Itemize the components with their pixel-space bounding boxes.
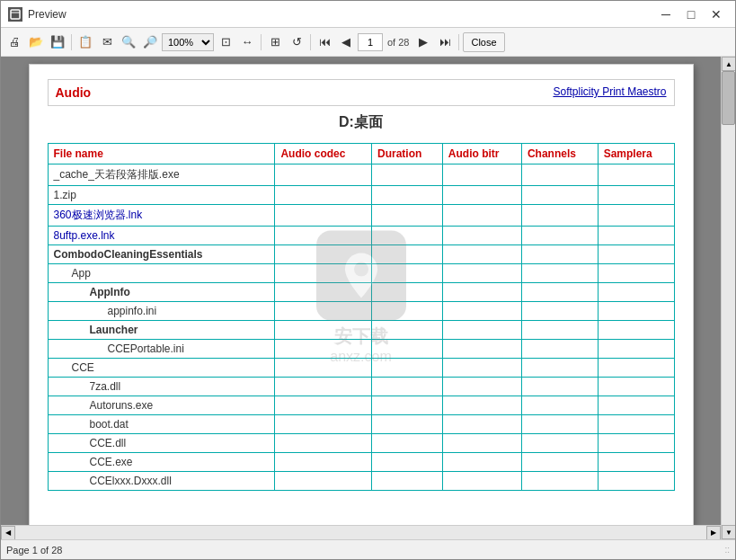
v-scroll-down[interactable]: ▼ [722,525,735,539]
toolbar: 🖨 📂 💾 📋 ✉ 🔍 🔎 100% ⊡ ↔ ⊞ ↺ ⏮ ◀ of 28 ▶ ⏭… [1,28,735,57]
cell-value [442,283,521,302]
status-bar: Page 1 of 28 :: [1,539,735,559]
sep3 [310,34,311,50]
cell-filename: appinfo.ini [48,302,275,321]
cell-value [442,340,521,359]
cell-value [371,321,442,340]
cell-filename: CCE.dll [48,434,275,453]
cell-value [442,302,521,321]
cell-filename: CCE.exe [48,453,275,472]
cell-filename: _cache_天若段落排版.exe [48,164,275,186]
table-header-row: File name Audio codec Duration Audio bit… [48,144,674,164]
cell-value [275,205,372,227]
next-page-button[interactable]: ▶ [413,32,433,52]
maximize-button[interactable]: □ [679,5,703,23]
cell-value [442,359,521,378]
fit-width-button[interactable]: ↔ [237,32,257,52]
close-preview-button[interactable]: Close [463,32,504,52]
search-button[interactable]: 🔍 [119,32,138,52]
cell-value [598,283,674,302]
first-page-button[interactable]: ⏮ [315,32,334,52]
cell-value [442,264,521,283]
v-scroll-up[interactable]: ▲ [722,57,735,71]
col-filename: File name [48,144,275,164]
cell-filename: App [48,264,275,283]
cell-filename: Autoruns.exe [48,396,275,415]
cell-value [598,453,674,472]
table-row: CCE.exe [48,453,674,472]
document-page: 安下载 anxz.com Audio Softplicity Print Mae… [29,64,694,525]
cell-value [442,453,521,472]
cell-value [371,340,442,359]
page-header: Audio Softplicity Print Maestro [48,79,675,106]
table-row: Launcher [48,321,674,340]
cell-value [598,359,674,378]
cell-value [442,245,521,264]
cell-value [598,396,674,415]
cell-value [371,227,442,245]
table-row: 1.zip [48,186,674,205]
col-channels: Channels [521,144,598,164]
cell-value [275,164,372,186]
cell-filename: CCEPortable.ini [48,340,275,359]
cell-value [275,396,372,415]
print-button[interactable]: 📋 [75,32,95,52]
cell-value [275,359,372,378]
cell-value [521,245,598,264]
cell-value [442,472,521,491]
save-button[interactable]: 💾 [48,32,67,52]
mail-button[interactable]: ✉ [97,32,117,52]
zoom-in-button[interactable]: 🔎 [140,32,160,52]
new-button[interactable]: 🖨 [4,32,24,52]
v-scrollbar: ▲ ▼ [721,57,735,539]
title-bar: Preview ─ □ ✕ [1,1,735,28]
cell-value [275,227,372,245]
cell-value [598,434,674,453]
col-duration: Duration [371,144,442,164]
cell-value [598,378,674,396]
h-scroll-left[interactable]: ◀ [1,526,15,540]
table-row: CCElxxx.Dxxx.dll [48,472,674,491]
app-icon [8,7,22,22]
table-row: CCEPortable.ini [48,340,674,359]
main-area: 安下载 anxz.com Audio Softplicity Print Mae… [1,57,735,539]
cell-value [598,415,674,434]
page-input[interactable] [358,33,383,51]
sep1 [71,34,72,50]
cell-value [521,415,598,434]
rotate-button[interactable]: ↺ [287,32,306,52]
cell-filename: CCE [48,359,275,378]
cell-filename: CombodoCleaningEssentials [48,245,275,264]
header-soft-label: Softplicity Print Maestro [553,85,666,98]
crop-button[interactable]: ⊞ [265,32,285,52]
zoom-select[interactable]: 100% [162,33,214,51]
cell-value [371,415,442,434]
cell-value [598,302,674,321]
open-button[interactable]: 📂 [26,32,46,52]
cell-filename: 7za.dll [48,378,275,396]
close-button[interactable]: ✕ [705,5,728,23]
cell-value [521,283,598,302]
col-sample: Samplera [598,144,674,164]
table-row: _cache_天若段落排版.exe [48,164,674,186]
cell-value [521,396,598,415]
last-page-button[interactable]: ⏭ [435,32,455,52]
cell-value [442,415,521,434]
fit-page-button[interactable]: ⊡ [216,32,235,52]
prev-page-button[interactable]: ◀ [336,32,356,52]
cell-value [521,205,598,227]
cell-filename: 360极速浏览器.lnk [48,205,275,227]
table-row: CombodoCleaningEssentials [48,245,674,264]
page-of-label: of 28 [385,37,412,48]
cell-value [442,164,521,186]
cell-value [521,359,598,378]
cell-filename: 1.zip [48,186,275,205]
cell-filename: CCElxxx.Dxxx.dll [48,472,275,491]
h-scroll-right[interactable]: ▶ [706,526,721,540]
col-bitrate: Audio bitr [442,144,521,164]
cell-value [275,245,372,264]
minimize-button[interactable]: ─ [654,5,678,23]
cell-value [371,164,442,186]
v-scroll-thumb[interactable] [722,71,735,125]
cell-value [598,264,674,283]
